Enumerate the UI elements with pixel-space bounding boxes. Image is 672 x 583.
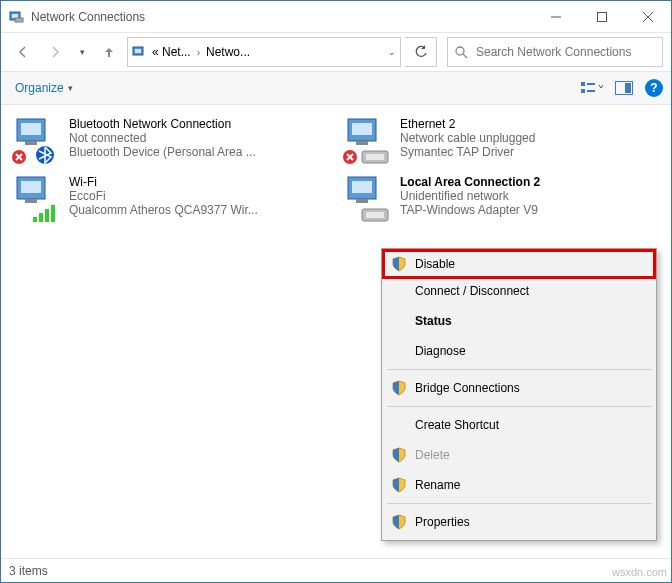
close-button[interactable]: [625, 1, 671, 32]
connection-status: Network cable unplugged: [400, 131, 535, 145]
svg-rect-30: [25, 199, 37, 203]
menu-label: Status: [415, 314, 452, 328]
menu-separator: [387, 369, 651, 370]
menu-label: Rename: [415, 478, 460, 492]
menu-item-diagnose[interactable]: Diagnose: [385, 336, 653, 366]
preview-pane-button[interactable]: [613, 79, 635, 97]
window-title: Network Connections: [31, 10, 533, 24]
connection-item-selected[interactable]: Local Area Connection 2 Unidentified net…: [340, 173, 663, 225]
menu-item-status[interactable]: Status: [385, 306, 653, 336]
svg-rect-27: [366, 154, 384, 160]
context-menu: Disable Connect / Disconnect Status Diag…: [381, 248, 657, 541]
svg-rect-23: [352, 123, 372, 135]
shield-icon: [391, 477, 407, 493]
menu-label: Create Shortcut: [415, 418, 499, 432]
chevron-right-icon: ›: [195, 47, 202, 58]
svg-rect-16: [625, 83, 631, 93]
svg-rect-12: [581, 89, 585, 93]
svg-rect-18: [21, 123, 41, 135]
connection-item[interactable]: Ethernet 2 Network cable unplugged Syman…: [340, 115, 663, 167]
search-box[interactable]: [447, 37, 663, 67]
forward-button[interactable]: [41, 38, 69, 66]
navigation-bar: ▾ « Net... › Netwo... ⌄: [1, 33, 671, 71]
connection-name: Local Area Connection 2: [400, 175, 540, 189]
connection-status: Not connected: [69, 131, 256, 145]
up-button[interactable]: [95, 38, 123, 66]
svg-rect-32: [39, 213, 43, 222]
connection-name: Wi-Fi: [69, 175, 258, 189]
svg-rect-11: [581, 82, 585, 86]
svg-rect-29: [21, 181, 41, 193]
address-part[interactable]: Netwo...: [206, 45, 250, 59]
recent-locations-button[interactable]: ▾: [73, 38, 91, 66]
window-controls: [533, 1, 671, 32]
app-icon: [9, 9, 25, 25]
shield-icon: [391, 447, 407, 463]
address-history-button[interactable]: ⌄: [388, 47, 396, 57]
shield-icon: [391, 514, 407, 530]
status-bar: 3 items: [1, 558, 671, 582]
menu-label: Disable: [415, 257, 455, 271]
title-bar: Network Connections: [1, 1, 671, 33]
address-part[interactable]: « Net...: [152, 45, 191, 59]
connection-status: EccoFi: [69, 189, 258, 203]
svg-rect-36: [352, 181, 372, 193]
ethernet-adapter-icon: [342, 117, 390, 165]
menu-item-properties[interactable]: Properties: [385, 507, 653, 537]
menu-item-connect[interactable]: Connect / Disconnect: [385, 276, 653, 306]
search-input[interactable]: [474, 44, 656, 60]
menu-separator: [387, 503, 651, 504]
connection-name: Ethernet 2: [400, 117, 535, 131]
menu-label: Connect / Disconnect: [415, 284, 529, 298]
search-icon: [454, 45, 468, 59]
connection-device: Symantec TAP Driver: [400, 145, 535, 159]
connection-status: Unidentified network: [400, 189, 540, 203]
address-bar[interactable]: « Net... › Netwo... ⌄: [127, 37, 401, 67]
ethernet-adapter-icon: [342, 175, 390, 223]
connection-device: Qualcomm Atheros QCA9377 Wir...: [69, 203, 258, 217]
connection-item[interactable]: Bluetooth Network Connection Not connect…: [9, 115, 332, 167]
refresh-button[interactable]: [405, 37, 437, 67]
wifi-adapter-icon: [11, 175, 59, 223]
menu-item-rename[interactable]: Rename: [385, 470, 653, 500]
svg-rect-2: [15, 18, 23, 22]
menu-item-delete: Delete: [385, 440, 653, 470]
minimize-button[interactable]: [533, 1, 579, 32]
menu-label: Properties: [415, 515, 470, 529]
svg-rect-34: [51, 205, 55, 222]
svg-point-9: [456, 47, 464, 55]
bluetooth-adapter-icon: [11, 117, 59, 165]
svg-rect-39: [366, 212, 384, 218]
maximize-button[interactable]: [579, 1, 625, 32]
view-options-button[interactable]: [581, 79, 603, 97]
connection-device: Bluetooth Device (Personal Area ...: [69, 145, 256, 159]
menu-label: Bridge Connections: [415, 381, 520, 395]
svg-rect-8: [135, 49, 141, 53]
svg-line-10: [463, 54, 467, 58]
svg-rect-19: [25, 141, 37, 145]
menu-item-bridge[interactable]: Bridge Connections: [385, 373, 653, 403]
connection-item[interactable]: Wi-Fi EccoFi Qualcomm Atheros QCA9377 Wi…: [9, 173, 332, 225]
command-bar: Organize ▾ ?: [1, 71, 671, 105]
svg-rect-33: [45, 209, 49, 222]
menu-item-disable[interactable]: Disable: [382, 249, 656, 279]
svg-rect-37: [356, 199, 368, 203]
connection-name: Bluetooth Network Connection: [69, 117, 256, 131]
svg-rect-24: [356, 141, 368, 145]
status-text: 3 items: [9, 564, 48, 578]
svg-rect-31: [33, 217, 37, 222]
connection-device: TAP-Windows Adapter V9: [400, 203, 540, 217]
menu-item-shortcut[interactable]: Create Shortcut: [385, 410, 653, 440]
chevron-down-icon: ▾: [68, 83, 73, 93]
address-icon: [132, 44, 148, 60]
svg-rect-1: [12, 14, 18, 18]
back-button[interactable]: [9, 38, 37, 66]
organize-button[interactable]: Organize ▾: [9, 77, 79, 99]
watermark: wsxdn.com: [612, 566, 667, 578]
help-button[interactable]: ?: [645, 79, 663, 97]
menu-label: Delete: [415, 448, 450, 462]
shield-icon: [391, 380, 407, 396]
menu-separator: [387, 406, 651, 407]
svg-rect-4: [598, 12, 607, 21]
shield-icon: [391, 256, 407, 272]
